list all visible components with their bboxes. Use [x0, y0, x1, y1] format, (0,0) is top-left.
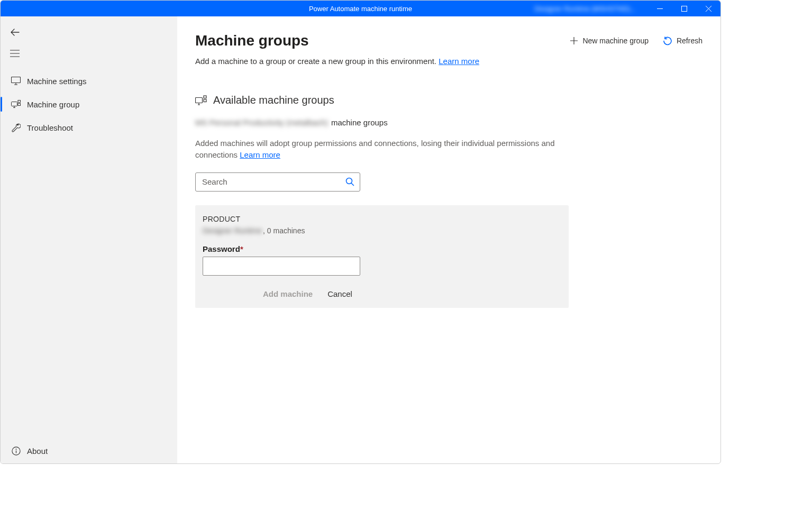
info-icon — [10, 447, 22, 456]
hamburger-icon — [10, 50, 20, 57]
back-button[interactable] — [1, 22, 177, 43]
card-buttons: Add machine Cancel — [203, 289, 561, 298]
maximize-icon — [681, 6, 687, 12]
sidebar-item-label: Troubleshoot — [27, 123, 73, 132]
owner-line: Designer Runtime, 0 machines — [203, 226, 561, 235]
environment-line: MS Personal Productivity (metalbach) mac… — [195, 118, 702, 127]
learn-more-link[interactable]: Learn more — [439, 57, 479, 66]
required-mark: * — [240, 244, 243, 253]
add-machine-button: Add machine — [263, 289, 313, 298]
info-text: Added machines will adopt group permissi… — [195, 138, 576, 161]
sidebar-item-troubleshoot[interactable]: Troubleshoot — [1, 116, 177, 139]
minimize-icon — [657, 6, 663, 12]
sidebar-nav: Machine settings Machine group Troublesh… — [1, 67, 177, 139]
close-icon — [706, 6, 711, 12]
password-input[interactable] — [207, 261, 355, 271]
search-input[interactable] — [201, 177, 345, 187]
password-label-text: Password — [203, 244, 240, 253]
password-field-wrap[interactable] — [203, 257, 360, 276]
svg-rect-4 — [18, 104, 21, 106]
sidebar: Machine settings Machine group Troublesh… — [1, 16, 177, 463]
maximize-button[interactable] — [672, 1, 696, 16]
product-card: PRODUCT Designer Runtime, 0 machines Pas… — [195, 205, 569, 308]
titlebar: Power Automate machine runtime Designer … — [1, 1, 720, 16]
wrench-icon — [10, 123, 22, 132]
window-controls — [647, 1, 720, 16]
back-arrow-icon — [10, 28, 20, 37]
svg-rect-0 — [681, 6, 687, 11]
sidebar-item-label: Machine settings — [27, 77, 87, 86]
page-title: Machine groups — [195, 32, 309, 49]
main-header: Machine groups New machine group Refresh — [195, 32, 702, 49]
svg-rect-3 — [18, 101, 21, 103]
refresh-button[interactable]: Refresh — [663, 37, 702, 45]
section-heading: Available machine groups — [195, 94, 702, 106]
monitor-icon — [10, 77, 22, 85]
new-machine-group-button[interactable]: New machine group — [570, 37, 649, 45]
info-learn-more-link[interactable]: Learn more — [240, 150, 280, 159]
app-body: Machine settings Machine group Troublesh… — [1, 16, 720, 463]
password-label: Password* — [203, 244, 561, 253]
search-icon — [345, 177, 354, 186]
svg-rect-7 — [196, 97, 203, 103]
about-label: About — [27, 447, 48, 456]
new-machine-group-label: New machine group — [582, 37, 649, 45]
app-window: Power Automate machine runtime Designer … — [0, 0, 721, 464]
subtitle-text: Add a machine to a group or create a new… — [195, 57, 439, 66]
svg-rect-1 — [12, 77, 21, 83]
sidebar-item-machine-settings[interactable]: Machine settings — [1, 69, 177, 93]
svg-rect-2 — [12, 102, 17, 106]
owner-suffix: , 0 machines — [263, 226, 305, 235]
titlebar-user-text: Designer Runtime (MSHSTND)... — [535, 5, 636, 13]
sidebar-item-label: Machine group — [27, 100, 79, 109]
header-actions: New machine group Refresh — [570, 37, 702, 45]
svg-point-6 — [15, 449, 16, 450]
machine-group-section-icon — [195, 95, 207, 106]
hamburger-button[interactable] — [1, 43, 177, 64]
product-label: PRODUCT — [203, 215, 561, 223]
sidebar-item-machine-group[interactable]: Machine group — [1, 93, 177, 116]
environment-name: MS Personal Productivity (metalbach) — [195, 118, 328, 127]
page-subtitle: Add a machine to a group or create a new… — [195, 57, 702, 66]
svg-rect-8 — [204, 96, 206, 98]
machine-group-icon — [10, 100, 22, 108]
main-content: Machine groups New machine group Refresh — [177, 16, 720, 463]
section-heading-text: Available machine groups — [213, 94, 334, 106]
refresh-label: Refresh — [677, 37, 702, 45]
close-button[interactable] — [696, 1, 720, 16]
svg-rect-9 — [204, 99, 206, 102]
window-title: Power Automate machine runtime — [309, 5, 412, 13]
sidebar-top — [1, 16, 177, 67]
sidebar-about[interactable]: About — [1, 438, 177, 463]
plus-icon — [570, 37, 578, 45]
cancel-button[interactable]: Cancel — [327, 289, 352, 298]
search-box[interactable] — [195, 172, 360, 192]
refresh-icon — [663, 37, 672, 45]
owner-name: Designer Runtime — [203, 226, 262, 235]
minimize-button[interactable] — [647, 1, 672, 16]
available-groups-section: Available machine groups MS Personal Pro… — [195, 94, 702, 308]
titlebar-user: Designer Runtime (MSHSTND)... — [530, 1, 636, 16]
environment-suffix: machine groups — [331, 118, 388, 127]
